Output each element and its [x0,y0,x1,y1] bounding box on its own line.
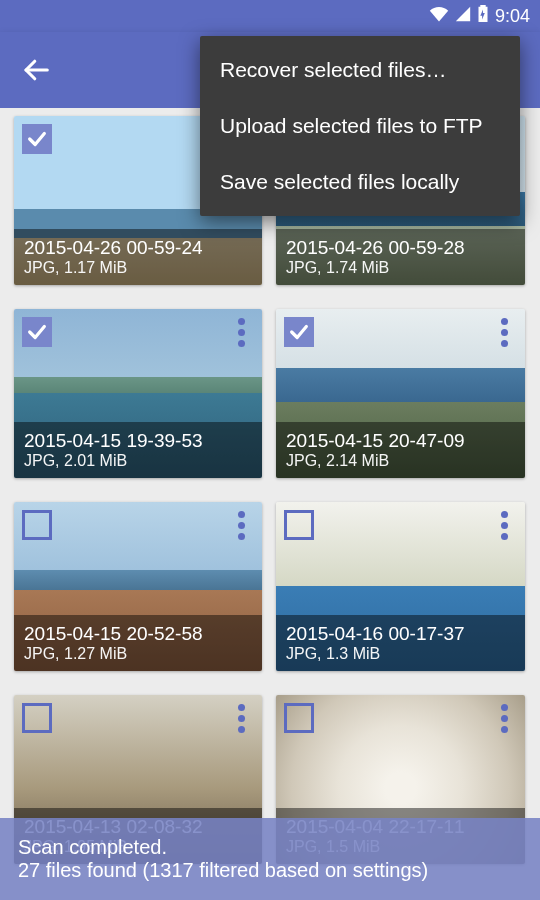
photo-caption: 2015-04-15 20-47-09JPG, 2.14 MiB [276,422,525,478]
photo-meta: JPG, 1.3 MiB [286,645,515,663]
selection-checkbox[interactable] [22,124,52,154]
selection-checkbox[interactable] [22,317,52,347]
photo-meta: JPG, 2.14 MiB [286,452,515,470]
photo-tile[interactable]: 2015-04-16 00-17-37JPG, 1.3 MiB [276,502,525,671]
overflow-icon[interactable] [489,508,519,542]
photo-tile[interactable]: 2015-04-15 20-52-58JPG, 1.27 MiB [14,502,262,671]
selection-checkbox[interactable] [22,703,52,733]
overflow-icon[interactable] [489,315,519,349]
clock-text: 9:04 [495,6,530,27]
photo-caption: 2015-04-15 19-39-53JPG, 2.01 MiB [14,422,262,478]
selection-checkbox[interactable] [22,510,52,540]
photo-filename: 2015-04-26 00-59-24 [24,237,252,259]
photo-caption: 2015-04-16 00-17-37JPG, 1.3 MiB [276,615,525,671]
photo-meta: JPG, 1.74 MiB [286,259,515,277]
overflow-icon[interactable] [226,701,256,735]
photo-filename: 2015-04-16 00-17-37 [286,623,515,645]
photo-tile[interactable]: 2015-04-15 19-39-53JPG, 2.01 MiB [14,309,262,478]
overflow-icon[interactable] [226,315,256,349]
overflow-icon[interactable] [226,508,256,542]
snackbar-line2: 27 files found (1317 filtered based on s… [18,859,522,882]
status-bar: 9:04 [0,0,540,32]
wifi-icon [429,6,449,27]
menu-item-save-locally[interactable]: Save selected files locally [200,154,520,210]
content-area: 2015-04-26 00-59-24JPG, 1.17 MiB2015-04-… [0,108,540,900]
back-button[interactable] [16,50,56,90]
selection-checkbox[interactable] [284,703,314,733]
photo-tile[interactable]: 2015-04-15 20-47-09JPG, 2.14 MiB [276,309,525,478]
photo-meta: JPG, 1.17 MiB [24,259,252,277]
overflow-icon[interactable] [489,701,519,735]
photo-meta: JPG, 1.27 MiB [24,645,252,663]
photo-filename: 2015-04-26 00-59-28 [286,237,515,259]
photo-caption: 2015-04-15 20-52-58JPG, 1.27 MiB [14,615,262,671]
photo-meta: JPG, 2.01 MiB [24,452,252,470]
photo-filename: 2015-04-15 20-47-09 [286,430,515,452]
battery-charging-icon [477,5,489,28]
photo-caption: 2015-04-26 00-59-24JPG, 1.17 MiB [14,229,262,285]
selection-checkbox[interactable] [284,510,314,540]
overflow-menu: Recover selected files… Upload selected … [200,36,520,216]
selection-checkbox[interactable] [284,317,314,347]
snackbar: Scan completed. 27 files found (1317 fil… [0,818,540,900]
cell-signal-icon [455,6,471,27]
photo-filename: 2015-04-15 19-39-53 [24,430,252,452]
photo-caption: 2015-04-26 00-59-28JPG, 1.74 MiB [276,229,525,285]
photo-filename: 2015-04-15 20-52-58 [24,623,252,645]
snackbar-line1: Scan completed. [18,836,522,859]
menu-item-upload-ftp[interactable]: Upload selected files to FTP [200,98,520,154]
menu-title: Recover selected files… [200,42,520,98]
